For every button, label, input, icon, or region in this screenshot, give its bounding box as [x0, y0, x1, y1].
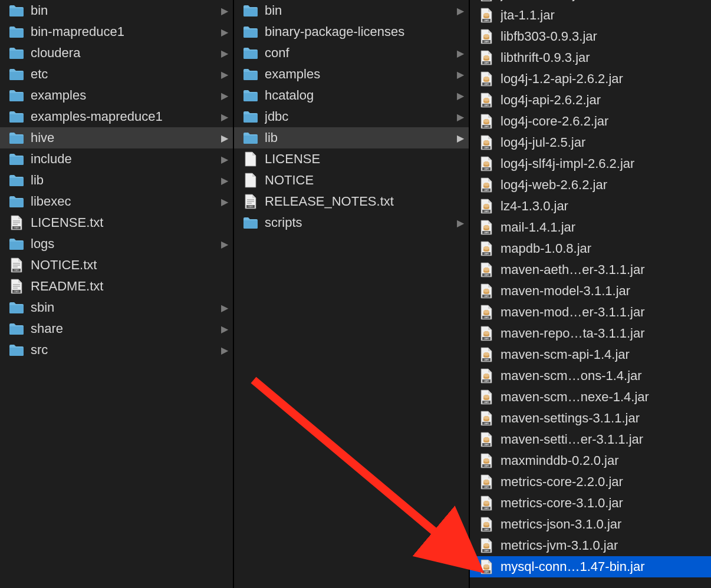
list-item[interactable]: JARmetrics-core-3.1.0.jar: [470, 493, 711, 514]
file-name-label: mysql-conn…1.47-bin.jar: [501, 559, 706, 574]
list-item[interactable]: share▶: [0, 318, 233, 339]
file-name-label: share: [31, 321, 221, 336]
list-item[interactable]: bin▶: [234, 0, 469, 21]
list-item[interactable]: JARmapdb-1.0.8.jar: [470, 238, 711, 259]
list-item[interactable]: JARlibfb303-0.9.3.jar: [470, 26, 711, 47]
scrollbar[interactable]: [705, 0, 711, 588]
folder-icon: [242, 88, 259, 103]
list-item[interactable]: bin-mapreduce1▶: [0, 21, 233, 42]
file-name-label: bin: [31, 3, 221, 18]
list-item[interactable]: JARmaven-settings-3.1.1.jar: [470, 408, 711, 429]
file-name-label: lz4-1.3.0.jar: [501, 199, 706, 214]
list-item[interactable]: examples-mapreduce1▶: [0, 106, 233, 127]
file-name-label: binary-package-licenses: [265, 24, 464, 39]
list-item[interactable]: JARmetrics-json-3.1.0.jar: [470, 514, 711, 535]
folder-icon: [242, 110, 259, 124]
jar-file-icon: JAR: [478, 411, 495, 425]
svg-point-41: [483, 98, 489, 101]
list-item[interactable]: TXTLICENSE.txt: [0, 212, 233, 233]
list-item[interactable]: TXTREADME.txt: [0, 276, 233, 297]
svg-text:JAR: JAR: [484, 528, 489, 531]
chevron-right-icon: ▶: [457, 133, 464, 144]
list-item[interactable]: JARmetrics-core-2.2.0.jar: [470, 471, 711, 493]
list-item[interactable]: JARjta-1.1.jar: [470, 5, 711, 26]
list-item[interactable]: JARmaven-setti…er-3.1.1.jar: [470, 429, 711, 450]
chevron-right-icon: ▶: [457, 5, 464, 16]
list-item[interactable]: JARlog4j-web-2.6.2.jar: [470, 174, 711, 196]
list-item[interactable]: jdbc▶: [234, 106, 469, 127]
list-item[interactable]: JARmaxminddb-0.2.0.jar: [470, 450, 711, 471]
jar-file-icon: JAR: [478, 475, 495, 489]
file-name-label: maven-aeth…er-3.1.1.jar: [501, 262, 706, 278]
folder-icon: [8, 237, 25, 251]
list-item[interactable]: libexec▶: [0, 191, 233, 212]
list-item[interactable]: JARmaven-scm-api-1.4.jar: [470, 344, 711, 365]
list-item[interactable]: JARlz4-1.3.0.jar: [470, 196, 711, 217]
svg-point-101: [483, 416, 489, 419]
list-item[interactable]: TXTNOTICE.txt: [0, 255, 233, 276]
list-item[interactable]: JARlog4j-slf4j-impl-2.6.2.jar: [470, 153, 711, 174]
jar-file-icon: JAR: [478, 72, 495, 86]
jar-file-icon: JAR: [478, 432, 495, 447]
list-item[interactable]: LICENSE: [234, 148, 469, 170]
svg-text:JAR: JAR: [484, 316, 489, 319]
list-item[interactable]: JARlog4j-api-2.6.2.jar: [470, 90, 711, 111]
jar-file-icon: JAR: [478, 454, 495, 468]
jar-file-icon: JAR: [478, 157, 495, 171]
list-item[interactable]: cloudera▶: [0, 42, 233, 64]
list-item[interactable]: JARmysql-conn…1.47-bin.jar: [470, 556, 711, 577]
file-name-label: sbin: [31, 300, 221, 315]
list-item[interactable]: JARlibthrift-0.9.3.jar: [470, 47, 711, 68]
list-item[interactable]: TXTRELEASE_NOTES.txt: [234, 191, 469, 212]
list-item[interactable]: JARmaven-scm…ons-1.4.jar: [470, 365, 711, 387]
column-3[interactable]: JARjsr305-3.0.0.jarJARjta-1.1.jarJARlibf…: [470, 0, 711, 588]
svg-text:JAR: JAR: [484, 443, 489, 446]
list-item[interactable]: lib▶: [0, 170, 233, 191]
list-item[interactable]: include▶: [0, 148, 233, 170]
list-item[interactable]: conf▶: [234, 42, 469, 64]
list-item[interactable]: scripts▶: [234, 212, 469, 233]
jar-file-icon: JAR: [478, 390, 495, 404]
jar-file-icon: JAR: [478, 178, 495, 192]
svg-text:JAR: JAR: [484, 485, 489, 488]
list-item[interactable]: hive▶: [0, 127, 233, 148]
list-item[interactable]: JARmaven-model-3.1.1.jar: [470, 280, 711, 302]
list-item[interactable]: examples▶: [0, 85, 233, 106]
file-name-label: mail-1.4.1.jar: [501, 220, 706, 235]
chevron-right-icon: ▶: [221, 239, 228, 250]
column-1[interactable]: bin▶bin-mapreduce1▶cloudera▶etc▶examples…: [0, 0, 234, 588]
list-item[interactable]: JARmaven-aeth…er-3.1.1.jar: [470, 259, 711, 280]
list-item[interactable]: JARlog4j-core-2.6.2.jar: [470, 111, 711, 132]
jar-file-icon: JAR: [478, 326, 495, 341]
file-name-label: RELEASE_NOTES.txt: [265, 194, 464, 209]
folder-icon: [8, 88, 25, 103]
list-item[interactable]: JARlog4j-jul-2.5.jar: [470, 132, 711, 153]
list-item[interactable]: binary-package-licenses: [234, 21, 469, 42]
list-item[interactable]: JARmaven-mod…er-3.1.1.jar: [470, 302, 711, 323]
list-item[interactable]: bin▶: [0, 0, 233, 21]
list-item[interactable]: JARmaven-scm…nexe-1.4.jar: [470, 387, 711, 408]
list-item[interactable]: JARlog4j-1.2-api-2.6.2.jar: [470, 68, 711, 90]
list-item[interactable]: JARjsr305-3.0.0.jar: [470, 0, 711, 5]
list-item[interactable]: NOTICE: [234, 170, 469, 191]
file-name-label: log4j-jul-2.5.jar: [501, 135, 706, 150]
file-name-label: NOTICE: [265, 173, 464, 188]
svg-text:JAR: JAR: [484, 61, 489, 64]
file-name-label: libfb303-0.9.3.jar: [501, 29, 706, 44]
file-name-label: logs: [31, 236, 221, 252]
svg-point-61: [483, 204, 489, 207]
column-2[interactable]: bin▶binary-package-licensesconf▶examples…: [234, 0, 470, 588]
list-item[interactable]: lib▶: [234, 127, 469, 148]
list-item[interactable]: examples▶: [234, 64, 469, 85]
list-item[interactable]: hcatalog▶: [234, 85, 469, 106]
list-item[interactable]: JARmetrics-jvm-3.1.0.jar: [470, 535, 711, 556]
list-item[interactable]: JARmail-1.4.1.jar: [470, 217, 711, 238]
svg-text:JAR: JAR: [484, 549, 489, 552]
list-item[interactable]: etc▶: [0, 64, 233, 85]
list-item[interactable]: JARmaven-repo…ta-3.1.1.jar: [470, 323, 711, 344]
list-item[interactable]: src▶: [0, 339, 233, 361]
list-item[interactable]: logs▶: [0, 233, 233, 255]
svg-point-89: [483, 352, 489, 356]
svg-text:TXT: TXT: [248, 205, 253, 208]
list-item[interactable]: sbin▶: [0, 297, 233, 318]
